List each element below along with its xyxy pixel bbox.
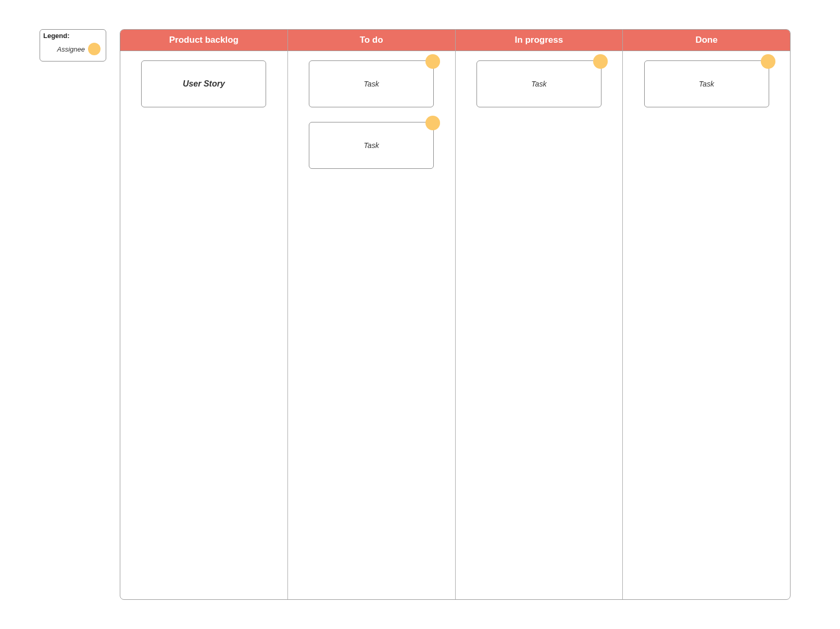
- column-product-backlog[interactable]: Product backlog User Story: [120, 30, 288, 599]
- column-body: User Story: [120, 51, 287, 599]
- card-label: Task: [364, 141, 379, 150]
- column-header: In progress: [456, 30, 623, 51]
- card-label: User Story: [183, 79, 225, 89]
- legend-assignee-label: Assignee: [57, 45, 85, 53]
- column-header: To do: [288, 30, 455, 51]
- column-header: Done: [623, 30, 790, 51]
- column-done[interactable]: Done Task: [623, 30, 790, 599]
- column-body: Task: [456, 51, 623, 599]
- card-user-story[interactable]: User Story: [141, 60, 266, 107]
- column-to-do[interactable]: To do Task Task: [288, 30, 456, 599]
- card-task[interactable]: Task: [309, 122, 434, 169]
- card-label: Task: [531, 80, 546, 88]
- card-task[interactable]: Task: [477, 60, 601, 107]
- legend-box: Legend: Assignee: [40, 29, 106, 61]
- kanban-board: Product backlog User Story To do Task Ta…: [120, 29, 791, 600]
- assignee-dot-icon: [425, 116, 440, 130]
- legend-row: Assignee: [43, 43, 103, 55]
- assignee-dot-icon: [88, 43, 101, 55]
- column-header: Product backlog: [120, 30, 287, 51]
- card-task[interactable]: Task: [309, 60, 434, 107]
- column-body: Task: [623, 51, 790, 599]
- legend-title: Legend:: [43, 32, 103, 40]
- assignee-dot-icon: [593, 54, 608, 69]
- assignee-dot-icon: [761, 54, 775, 69]
- assignee-dot-icon: [425, 54, 440, 69]
- column-body: Task Task: [288, 51, 455, 599]
- card-label: Task: [364, 80, 379, 88]
- card-task[interactable]: Task: [644, 60, 769, 107]
- card-label: Task: [699, 80, 714, 88]
- column-in-progress[interactable]: In progress Task: [456, 30, 623, 599]
